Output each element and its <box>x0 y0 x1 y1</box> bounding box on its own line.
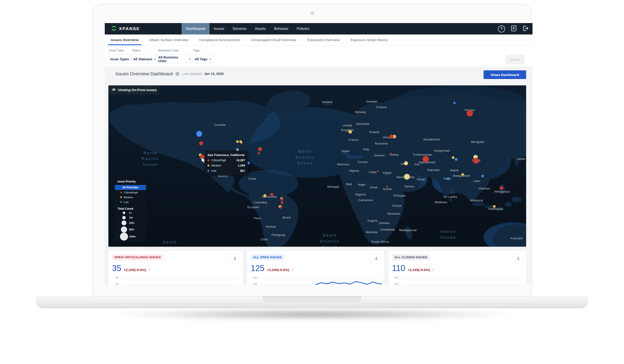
count-circle <box>123 212 125 214</box>
legend-priority-low[interactable]: Low <box>115 200 146 204</box>
count-label: 1000+ <box>129 235 136 238</box>
dashboard-tabbar: Issues OverviewAttack Surface OverviewCo… <box>105 34 532 46</box>
issue-marker-pale[interactable] <box>404 161 408 165</box>
tab-issues-overview[interactable]: Issues Overview <box>108 34 141 45</box>
filter-dropdown-status[interactable]: All Statuses▾ <box>131 55 157 64</box>
viewing-mode-badge: Viewing On-Prem Issues <box>108 85 159 94</box>
issue-marker-red[interactable] <box>390 153 392 155</box>
share-dashboard-button[interactable]: Share Dashboard <box>484 70 526 79</box>
issue-marker-blue[interactable] <box>455 158 458 161</box>
webcam-dot <box>311 11 314 15</box>
axis-tick: 80 <box>112 276 119 279</box>
nav-item-dashboards[interactable]: Dashboards <box>182 23 209 34</box>
filter-dropdown-issue-type[interactable]: Issue Types▾ <box>108 55 134 64</box>
world-map[interactable]: North Pacific OceanNorth Atlantic OceanS… <box>108 85 526 247</box>
count-label: 10+ <box>129 216 133 219</box>
issue-marker-blue[interactable] <box>481 175 484 178</box>
card-delta: +2,345(-9.6%) <box>407 268 430 272</box>
tab-exposures-overview[interactable]: Exposures Overview <box>305 34 342 45</box>
count-label: 1+ <box>129 211 132 214</box>
brand-logo-icon <box>111 25 117 32</box>
filter-dropdown-tags[interactable]: All Tags▾ <box>193 55 213 64</box>
map-tooltip: San Francisco, California Critical/High1… <box>205 151 248 175</box>
tab-unmanaged-cloud-overview[interactable]: Unmanaged Cloud Overview <box>248 34 299 45</box>
tab-attack-surface-overview[interactable]: Attack Surface Overview <box>147 34 191 45</box>
signout-icon[interactable] <box>522 25 529 32</box>
axis-tick: 60 <box>112 283 119 285</box>
nav-item-issues[interactable]: Issues <box>209 23 228 34</box>
card-open-critical-issues: OPEN CRITICAL/HIGH ISSUES 35 +2,345(-9.6… <box>108 251 243 285</box>
filter-bar: Issue TypeIssue Types▾StatusAll Statuses… <box>105 46 532 67</box>
nav-item-policies[interactable]: Policies <box>292 23 313 34</box>
count-circle <box>122 216 126 219</box>
filter-dropdown-business-units[interactable]: All Business Units▾ <box>158 55 190 64</box>
nav-item-behavior[interactable]: Behavior <box>270 23 292 34</box>
issue-marker-yellow[interactable] <box>452 156 454 159</box>
issue-marker-red[interactable] <box>270 193 273 196</box>
tab-compliance-assessments[interactable]: Compliance Assessments <box>197 34 242 45</box>
count-circle <box>121 227 127 233</box>
issue-marker-red[interactable] <box>281 198 284 201</box>
issue-marker-yellow[interactable] <box>348 130 352 134</box>
chevron-down-icon: ▾ <box>154 58 155 60</box>
primary-nav: DashboardsIssuesServicesAssetsBehaviorPo… <box>182 23 313 34</box>
axis-tick: 400 <box>391 276 398 279</box>
issue-marker-red[interactable] <box>377 170 379 172</box>
issue-marker-yellow[interactable] <box>493 205 496 208</box>
download-icon[interactable] <box>371 253 381 263</box>
reset-button[interactable]: Reset <box>505 55 524 64</box>
card-value: 35 <box>112 264 121 273</box>
gridline <box>401 284 521 285</box>
card-delta: +2,345(-9.6%) <box>267 268 289 272</box>
release-notes-icon[interactable] <box>511 25 517 32</box>
trend-up-icon: ↑ <box>292 268 294 272</box>
issue-marker-red[interactable] <box>199 141 203 145</box>
priority-dot <box>208 165 209 166</box>
top-navbar: XPANSE DashboardsIssuesServicesAssetsBeh… <box>105 23 532 34</box>
download-icon[interactable] <box>513 253 523 263</box>
axis-tick: 400 <box>250 276 257 279</box>
page-title: Issues Overview Dashboard <box>115 71 173 76</box>
issue-marker-yellow[interactable] <box>461 173 464 176</box>
filter-label-business-units: Business Units <box>158 49 179 52</box>
trend-up-icon: ↑ <box>432 268 434 272</box>
issue-marker-red[interactable] <box>280 206 282 209</box>
laptop-base-notch <box>263 296 361 303</box>
nav-item-assets[interactable]: Assets <box>251 23 270 34</box>
download-icon[interactable] <box>230 253 240 263</box>
issue-marker-yellow[interactable] <box>236 140 239 143</box>
info-icon[interactable]: i <box>176 72 179 76</box>
legend-all-priorities[interactable]: All Priorities <box>115 185 146 190</box>
issue-marker-red[interactable] <box>499 186 503 190</box>
issue-marker-red[interactable] <box>258 147 262 151</box>
card-delta: +2,345(-9.6%) <box>124 268 146 272</box>
issue-marker-blue[interactable] <box>453 102 456 104</box>
legend-priority-critical-high[interactable]: Critical/High <box>115 190 146 195</box>
issue-marker-yellow[interactable] <box>240 141 242 144</box>
issue-marker-red[interactable] <box>386 186 388 187</box>
issue-marker-blue[interactable] <box>447 178 449 180</box>
chevron-down-icon: ▾ <box>209 58 211 60</box>
gridline <box>121 278 238 278</box>
issue-marker-red[interactable] <box>200 155 205 160</box>
card-title-badge: ALL OPEN ISSUES <box>251 254 284 260</box>
priority-dot <box>208 170 209 172</box>
issue-marker-red[interactable] <box>389 135 393 139</box>
issue-marker-red[interactable] <box>422 156 429 162</box>
filter-label-status: Status <box>132 49 141 52</box>
legend-priority-medium[interactable]: Medium <box>115 195 146 200</box>
help-icon[interactable]: ? <box>498 25 505 32</box>
issue-marker-red[interactable] <box>467 110 473 116</box>
tooltip-row-label: Critical/High <box>211 159 236 162</box>
issue-marker-red[interactable] <box>281 201 284 204</box>
trend-up-icon: ↑ <box>149 268 151 272</box>
nav-item-services[interactable]: Services <box>229 23 251 34</box>
issue-marker-red[interactable] <box>258 152 260 154</box>
axis-tick: 300 <box>391 283 398 285</box>
issue-marker-pale[interactable] <box>404 174 410 180</box>
issue-marker-red[interactable] <box>473 158 479 164</box>
issue-marker-yellow[interactable] <box>263 194 266 197</box>
gridline <box>260 278 380 278</box>
tab-exposure-detail-history[interactable]: Exposure Detail History <box>348 34 390 45</box>
issue-marker-blue[interactable] <box>196 131 202 137</box>
